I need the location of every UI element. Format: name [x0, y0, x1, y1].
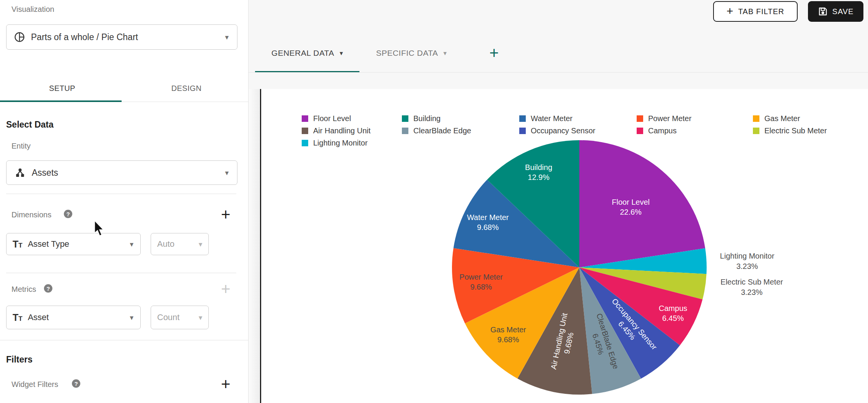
widget-filters-label: Widget Filters [11, 380, 58, 389]
chevron-down-icon: ▾ [444, 50, 447, 57]
floppy-disk-icon [818, 6, 828, 16]
chevron-down-icon: ▾ [225, 34, 229, 41]
pie-chart-icon [13, 31, 26, 43]
chevron-down-icon: ▾ [225, 169, 229, 176]
legend-item-clearblade-edge[interactable]: ClearBlade Edge [402, 126, 471, 135]
legend-swatch [519, 115, 526, 122]
legend-item-occupancy-sensor[interactable]: Occupancy Sensor [519, 126, 595, 135]
legend-label: Electric Sub Meter [764, 126, 827, 135]
legend-swatch [753, 115, 759, 122]
dimension-field-select[interactable]: TT Asset Type ▾ [6, 233, 141, 255]
tab-filter-label: TAB FILTER [738, 7, 784, 16]
tab-design[interactable]: DESIGN [124, 75, 249, 102]
chevron-down-icon: ▾ [130, 314, 133, 321]
add-metric-button: + [221, 281, 231, 297]
legend-item-campus[interactable]: Campus [637, 126, 676, 135]
plus-icon: + [727, 5, 734, 18]
add-tab-button[interactable]: + [479, 35, 509, 71]
tab-setup[interactable]: SETUP [0, 75, 124, 102]
entity-label: Entity [11, 142, 31, 151]
legend-label: Gas Meter [764, 114, 800, 123]
legend-label: ClearBlade Edge [413, 126, 471, 135]
add-dimension-button[interactable]: + [221, 207, 231, 223]
metric-agg-select[interactable]: Count ▾ [151, 306, 209, 329]
legend-swatch [302, 140, 308, 146]
slice-label-electric-sub-meter: Electric Sub Meter3.23% [720, 278, 783, 296]
active-tab-underline [0, 100, 122, 102]
visualization-value: Parts of a whole / Pie Chart [31, 32, 138, 42]
pie-slices [452, 140, 707, 395]
sidebar-tabbar: SETUP DESIGN [0, 75, 249, 102]
slice-label-lighting-monitor: Lighting Monitor3.23% [720, 252, 775, 270]
tab-general-data[interactable]: GENERAL DATA ▾ [255, 35, 359, 71]
legend-swatch [402, 128, 408, 134]
divider [0, 340, 249, 340]
pie-chart-widget: Floor LevelBuildingWater MeterPower Mete… [260, 89, 868, 403]
legend-item-electric-sub-meter[interactable]: Electric Sub Meter [753, 126, 827, 135]
save-label: SAVE [832, 7, 854, 16]
filters-heading: Filters [6, 354, 33, 365]
legend-item-lighting-monitor[interactable]: Lighting Monitor [302, 139, 368, 147]
legend-label: Water Meter [531, 114, 573, 123]
legend-label: Campus [648, 126, 676, 135]
legend-item-floor-level[interactable]: Floor Level [302, 114, 351, 123]
divider [6, 273, 236, 273]
config-sidebar: Visualization Parts of a whole / Pie Cha… [0, 0, 249, 403]
dimension-mode-select[interactable]: Auto ▾ [151, 233, 209, 255]
tab-general-data-label: GENERAL DATA [271, 49, 334, 58]
legend-swatch [519, 128, 526, 134]
legend-item-power-meter[interactable]: Power Meter [637, 114, 692, 123]
legend-swatch [402, 115, 408, 122]
legend-item-water-meter[interactable]: Water Meter [519, 114, 573, 123]
dimension-mode-value: Auto [157, 239, 174, 249]
dimension-field-value: Asset Type [28, 239, 69, 249]
metrics-label: Metrics [11, 285, 36, 294]
legend-label: Air Handling Unit [313, 126, 371, 135]
tab-specific-data-label: SPECIFIC DATA [376, 49, 438, 58]
legend-label: Floor Level [313, 114, 351, 123]
metric-field-select[interactable]: TT Asset ▾ [6, 306, 141, 329]
chevron-down-icon: ▾ [340, 50, 343, 57]
visualization-select[interactable]: Parts of a whole / Pie Chart ▾ [6, 24, 237, 50]
add-widget-filter-button[interactable]: + [221, 376, 231, 392]
help-icon[interactable]: ? [44, 284, 52, 293]
legend-item-building[interactable]: Building [402, 114, 441, 123]
chevron-down-icon: ▾ [198, 314, 202, 321]
dimensions-label: Dimensions [11, 210, 51, 219]
chevron-down-icon: ▾ [130, 241, 133, 248]
legend-item-air-handling-unit[interactable]: Air Handling Unit [302, 126, 371, 135]
legend-label: Occupancy Sensor [531, 126, 595, 135]
help-icon[interactable]: ? [64, 210, 72, 218]
entity-select[interactable]: Assets ▾ [6, 160, 237, 185]
metric-field-value: Asset [28, 312, 49, 322]
panel-gap [249, 89, 260, 403]
tabstrip-border [249, 72, 868, 73]
tab-specific-data[interactable]: SPECIFIC DATA ▾ [360, 35, 463, 71]
tab-filter-button[interactable]: + TAB FILTER [713, 1, 798, 22]
hierarchy-icon [14, 167, 26, 178]
legend-swatch [637, 115, 643, 122]
legend-label: Power Meter [648, 114, 692, 123]
legend-swatch [302, 128, 308, 134]
help-icon[interactable]: ? [72, 379, 80, 388]
visualization-label: Visualization [11, 5, 54, 14]
text-type-icon: TT [13, 312, 23, 323]
legend-item-gas-meter[interactable]: Gas Meter [753, 114, 800, 123]
pie-chart: Floor LevelBuildingWater MeterPower Mete… [261, 89, 868, 403]
select-data-heading: Select Data [6, 120, 54, 130]
save-button[interactable]: SAVE [808, 1, 863, 22]
entity-value: Assets [32, 168, 58, 178]
text-type-icon: TT [13, 239, 23, 250]
legend-swatch [637, 128, 643, 134]
legend-swatch [302, 115, 308, 122]
legend-swatch [753, 128, 759, 134]
legend-label: Building [413, 114, 441, 123]
chevron-down-icon: ▾ [198, 241, 202, 248]
legend-label: Lighting Monitor [313, 139, 368, 147]
metric-agg-value: Count [157, 312, 180, 322]
divider [6, 194, 236, 194]
